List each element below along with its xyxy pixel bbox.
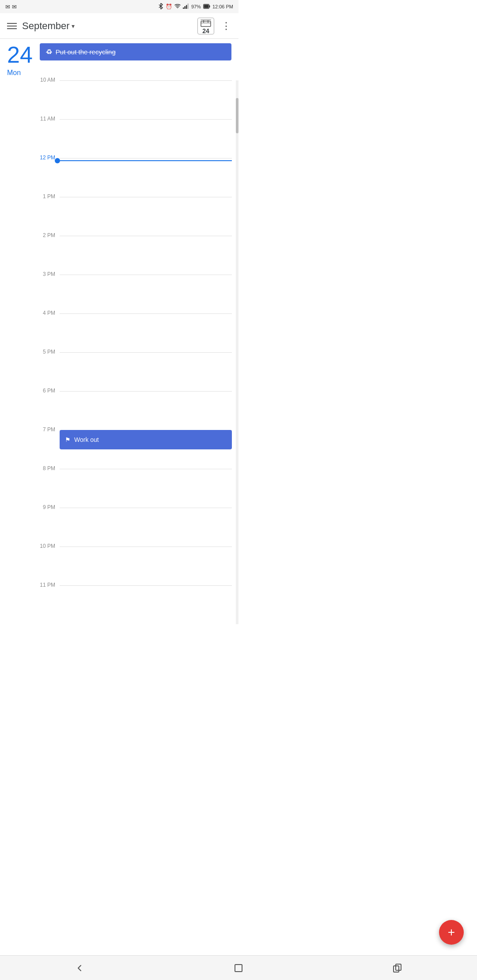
dropdown-arrow-icon: ▾ [72, 23, 75, 30]
time-label-3pm: 3 PM [31, 271, 60, 277]
time-label-11am: 11 AM [31, 116, 60, 122]
svg-rect-3 [186, 5, 187, 9]
recycling-icon: ♻ [46, 48, 52, 56]
day-header: 24 Mon ♻ Put out the recycling [0, 39, 238, 80]
app-bar: September ▾ 24 ⋮ [0, 13, 238, 39]
time-row-4pm: 4 PM [31, 313, 238, 352]
time-row-9pm: 9 PM [31, 508, 238, 547]
time-label-8pm: 8 PM [31, 465, 60, 471]
svg-rect-4 [187, 4, 189, 9]
svg-rect-1 [183, 8, 184, 9]
scrollbar-track[interactable] [236, 80, 238, 624]
menu-button[interactable] [7, 23, 17, 29]
time-row-1pm: 1 PM [31, 197, 238, 236]
time-row-5pm: 5 PM [31, 352, 238, 391]
today-button[interactable]: 24 [197, 18, 214, 34]
time-row-11am: 11 AM [31, 119, 238, 158]
time-row-11pm: 11 PM [31, 585, 238, 624]
month-label: September [22, 20, 70, 32]
status-left-icons: ✉ ✉ [5, 4, 17, 10]
time-row-8pm: 8 PM [31, 469, 238, 508]
time-label-5pm: 5 PM [31, 349, 60, 355]
time-label-11pm: 11 PM [31, 582, 60, 588]
time-label-6pm: 6 PM [31, 388, 60, 394]
svg-rect-7 [209, 5, 210, 8]
svg-rect-6 [204, 4, 208, 8]
alarm-icon: ⏰ [166, 4, 172, 10]
scrollbar-thumb[interactable] [236, 98, 238, 133]
now-dot [55, 158, 60, 163]
calendar-body: 10 AM 11 AM 12 PM 1 PM 2 PM 3 PM 4 PM 5 … [0, 80, 238, 624]
workout-event-label: Work out [74, 436, 99, 443]
time-row-2pm: 2 PM [31, 236, 238, 275]
gmail-icon-1: ✉ [5, 4, 10, 10]
time-row-12pm: 12 PM [31, 158, 238, 197]
signal-icon [183, 4, 189, 10]
status-bar: ✉ ✉ ⏰ 97% [0, 0, 238, 13]
wifi-icon [174, 4, 181, 10]
time-row-10pm: 10 PM [31, 547, 238, 585]
time-label-10am: 10 AM [31, 77, 60, 83]
month-selector[interactable]: September ▾ [22, 20, 192, 32]
day-number: 24 [7, 43, 33, 66]
svg-rect-2 [184, 6, 186, 9]
time-label-10pm: 10 PM [31, 543, 60, 549]
current-time-indicator [57, 158, 232, 163]
clock-time: 12:06 PM [212, 4, 233, 9]
all-day-event[interactable]: ♻ Put out the recycling [40, 43, 231, 60]
gmail-icon-2: ✉ [12, 4, 17, 10]
day-name: Mon [7, 69, 33, 77]
workout-event[interactable]: ⚑ Work out [60, 430, 232, 449]
time-label-2pm: 2 PM [31, 232, 60, 238]
all-day-event-label: Put out the recycling [56, 48, 116, 56]
svg-point-0 [177, 8, 178, 8]
time-row-10am: 10 AM [31, 80, 238, 119]
status-right-icons: ⏰ 97% 12:06 PM [158, 3, 233, 10]
day-info: 24 Mon [7, 43, 33, 77]
time-label-1pm: 1 PM [31, 193, 60, 200]
time-label-9pm: 9 PM [31, 504, 60, 510]
now-line [60, 160, 232, 161]
svg-rect-8 [201, 21, 211, 26]
more-options-button[interactable]: ⋮ [221, 20, 231, 32]
app-bar-right-icons: 24 ⋮ [197, 18, 231, 34]
battery-percent: 97% [191, 4, 201, 9]
flag-icon: ⚑ [65, 436, 71, 443]
time-row-6pm: 6 PM [31, 391, 238, 430]
bluetooth-icon [158, 3, 163, 10]
time-label-7pm: 7 PM [31, 426, 60, 433]
calendar-icon-date: 24 [202, 28, 209, 34]
calendar-icon-header [201, 20, 211, 28]
battery-icon [203, 4, 210, 10]
time-label-4pm: 4 PM [31, 310, 60, 316]
time-row-7pm: 7 PM ⚑ Work out [31, 430, 238, 469]
time-row-3pm: 3 PM [31, 275, 238, 313]
